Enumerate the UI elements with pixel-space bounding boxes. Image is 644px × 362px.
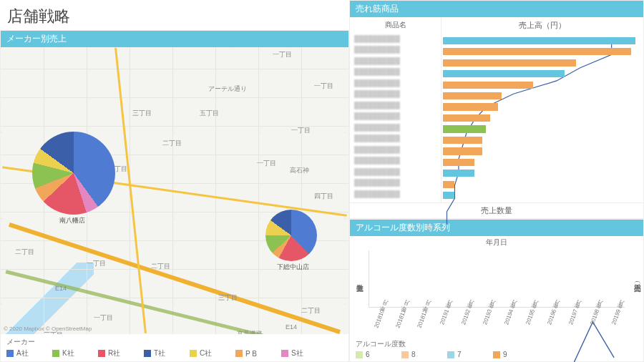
hot-bar-row[interactable] <box>443 46 639 57</box>
hot-bar-row[interactable] <box>443 134 639 145</box>
alc-chart[interactable] <box>369 250 625 308</box>
map-attribution: © 2020 Mapbox © OpenStreetMap <box>4 326 92 332</box>
hot-bar-row[interactable] <box>443 90 639 101</box>
hot-bar-row[interactable] <box>443 102 639 112</box>
legend-item[interactable]: C社 <box>190 348 224 358</box>
hot-panel-header: 売れ筋商品 <box>350 1 643 17</box>
alc-right-label: 売上高（円） <box>628 249 643 309</box>
hot-bar-row[interactable] <box>443 124 639 134</box>
store-pie-label: 南八幡店 <box>59 216 85 225</box>
map-place-label: アーテル通り <box>208 84 247 94</box>
store-pie-label: 下総中山店 <box>277 263 309 272</box>
legend-item[interactable]: 9 <box>493 351 527 358</box>
hot-col-product-name: 商品名 <box>350 17 441 34</box>
alc-legend: アルコール度数 6879 <box>350 338 643 361</box>
hot-bar-row[interactable] <box>443 68 639 79</box>
hot-bar-row[interactable] <box>443 190 639 201</box>
map-place-label: 二丁目 <box>162 139 182 148</box>
alc-left-label: 売上数量 <box>350 249 366 309</box>
alc-xaxis: 2018年10月2018年11月2018年12月2019年1月2019年2月20… <box>366 309 628 338</box>
map-panel-header: メーカー別売上 <box>1 31 348 47</box>
map-place-label: 二丁目 <box>301 306 321 315</box>
hot-bar-row[interactable] <box>443 35 639 46</box>
hot-bar-row[interactable] <box>443 157 639 167</box>
map-place-label: 京葉道路 <box>237 329 263 334</box>
legend-item[interactable]: S社 <box>281 348 316 358</box>
hot-bar-row[interactable] <box>443 57 639 68</box>
hot-bar-row[interactable] <box>443 112 639 123</box>
map-place-label: 一丁目 <box>291 126 311 135</box>
legend-item[interactable]: 8 <box>401 351 436 358</box>
legend-item[interactable]: K社 <box>52 348 87 358</box>
hot-sales-chart[interactable] <box>441 34 643 202</box>
store-pie[interactable] <box>265 210 317 261</box>
alc-top-label: 年月日 <box>366 236 628 249</box>
hot-qty-label: 売上数量 <box>350 202 643 218</box>
map-place-label: E14 <box>55 285 67 292</box>
maker-legend: メーカー A社K社R社T社C社P BS社 <box>1 334 348 361</box>
alc-legend-title: アルコール度数 <box>356 339 638 349</box>
page-title: 店舗戦略 <box>0 0 349 30</box>
map-place-label: 一丁目 <box>273 50 292 59</box>
store-pie[interactable] <box>32 132 115 215</box>
alcohol-panel: アルコール度数別時系列 年月日 売上数量 売上高（円） 2018年10月2018… <box>349 219 644 362</box>
legend-item[interactable]: A社 <box>6 348 41 358</box>
map-place-label: 一丁目 <box>87 259 106 268</box>
legend-item[interactable]: R社 <box>98 348 132 358</box>
hot-product-names: ████████████████████████████████████████… <box>350 34 441 202</box>
legend-item[interactable]: P B <box>235 348 270 358</box>
alc-xaxis-tick: 2019年9月 <box>600 306 630 341</box>
hot-bar-row[interactable] <box>443 79 639 90</box>
map-place-label: 四丁目 <box>314 192 333 201</box>
map-place-label: E14 <box>286 323 297 331</box>
map[interactable]: 一丁目一丁目アーテル通り三丁目五丁目一丁目二丁目五丁目四丁目一丁目高石神四丁目二… <box>1 47 348 334</box>
legend-item[interactable]: 6 <box>356 351 390 358</box>
dashboard: 店舗戦略 メーカー別売上 一丁目一丁目アーテル通り三丁目五丁目一丁目二丁目五丁目… <box>0 0 644 362</box>
map-place-label: 一丁目 <box>257 159 276 168</box>
map-place-label: 高石神 <box>290 166 309 175</box>
legend-item[interactable]: 7 <box>447 351 482 358</box>
map-place-label: 一丁目 <box>314 82 333 91</box>
map-place-label: 一丁目 <box>94 313 113 323</box>
hot-bar-row[interactable] <box>443 168 639 179</box>
hot-selling-panel: 売れ筋商品 商品名 売上高（円） ███████████████████████… <box>349 0 644 219</box>
hot-col-sales: 売上高（円） <box>441 17 643 34</box>
alc-panel-header: アルコール度数別時系列 <box>350 220 643 236</box>
map-panel: メーカー別売上 一丁目一丁目アーテル通り三丁目五丁目一丁目二丁目五丁目四丁目一丁… <box>0 30 349 362</box>
legend-item[interactable]: T社 <box>144 348 178 358</box>
hot-bar-row[interactable] <box>443 146 639 157</box>
map-place-label: 二丁目 <box>151 262 170 271</box>
map-place-label: 五丁目 <box>200 109 219 118</box>
maker-legend-title: メーカー <box>6 337 343 347</box>
hot-bar-row[interactable] <box>443 179 639 190</box>
map-place-label: 三丁目 <box>218 293 238 303</box>
map-road <box>114 48 147 333</box>
map-place-label: 三丁目 <box>132 109 152 118</box>
map-place-label: 二丁目 <box>15 248 34 257</box>
